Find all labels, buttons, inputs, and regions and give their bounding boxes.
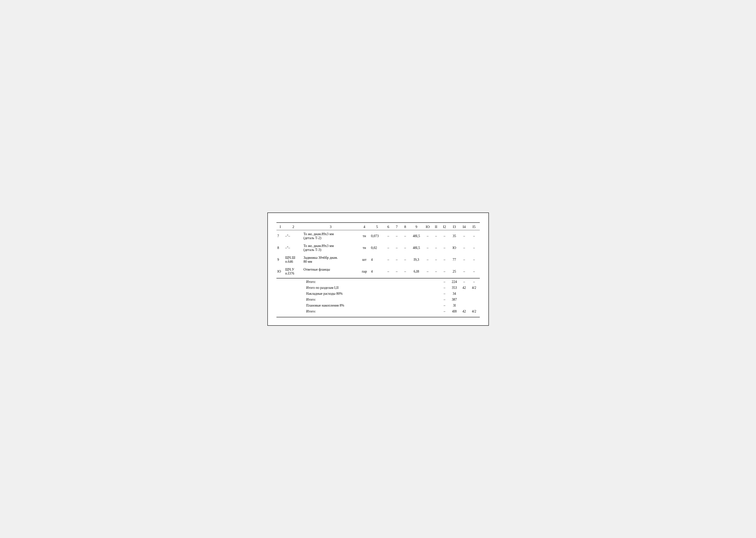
- summary-col14: 42: [460, 285, 468, 291]
- cell-col9: 48I,5: [409, 230, 424, 242]
- summary-col15: [469, 297, 480, 302]
- summary-col15: 4/2: [469, 285, 480, 291]
- cell-col12: –: [440, 242, 448, 254]
- cell-col8: –: [401, 254, 409, 266]
- col-header-7: 7: [392, 224, 401, 230]
- summary-label: Накладные расходы 80%: [277, 291, 359, 297]
- col-header-9: 9: [409, 224, 424, 230]
- summary-col13: 353: [449, 285, 460, 291]
- summary-col12: –: [440, 302, 448, 308]
- summary-label: Итого:: [277, 308, 359, 314]
- summary-col14: 42: [460, 308, 468, 314]
- summary-row: Итого: – 387: [277, 297, 480, 302]
- cell-col12: –: [440, 254, 448, 266]
- table-row: 7 –"– То же, диам.89х3 мм (деталь Т-2) т…: [277, 230, 480, 242]
- col-header-1: I: [277, 224, 284, 230]
- table-body: 7 –"– То же, диам.89х3 мм (деталь Т-2) т…: [277, 230, 480, 278]
- col-header-6: 6: [384, 224, 392, 230]
- cell-col15: –: [469, 266, 480, 278]
- cell-col5: 4: [370, 266, 384, 278]
- cell-col10: –: [424, 230, 432, 242]
- page-container: I 2 3 4 5 6 7 8 9 IO II I2 I3 I4 I5 7 –"…: [267, 212, 489, 326]
- table-row: 9 ЩЧ.Ш п.646 Задвижка 30ч6бр диам. 80 мм…: [277, 254, 480, 266]
- summary-col14: –: [460, 279, 468, 285]
- cell-col5: 0,073: [370, 230, 384, 242]
- summary-row: Итого: – 224 – –: [277, 279, 480, 285]
- cell-col15: –: [469, 254, 480, 266]
- cell-col11: –: [432, 230, 440, 242]
- summary-col12: –: [440, 308, 448, 314]
- summary-col13: 3I: [449, 302, 460, 308]
- col-header-5: 5: [370, 224, 384, 230]
- col-header-12: I2: [440, 224, 448, 230]
- cell-col9: 6,I8: [409, 266, 424, 278]
- cell-col2: –"–: [284, 230, 302, 242]
- cell-col14: –: [460, 230, 468, 242]
- cell-col8: –: [401, 230, 409, 242]
- summary-label: Итого по разделам I,II: [277, 285, 359, 291]
- col-header-2: 2: [284, 224, 302, 230]
- cell-col8: –: [401, 266, 409, 278]
- summary-row: Итого: – 4I8 42 4/2: [277, 308, 480, 314]
- cell-col6: –: [384, 230, 392, 242]
- cell-col11: –: [432, 266, 440, 278]
- summary-label: Плановые накопления 8%: [277, 302, 359, 308]
- cell-col2: ЩЧ.Ш п.646: [284, 254, 302, 266]
- summary-col12: –: [440, 285, 448, 291]
- summary-label: Итого:: [277, 279, 359, 285]
- cell-num: 7: [277, 230, 284, 242]
- cell-col13: IO: [449, 242, 460, 254]
- summary-col13: 34: [449, 291, 460, 297]
- cell-col12: –: [440, 230, 448, 242]
- cell-col13: 35: [449, 230, 460, 242]
- cell-col3: Задвижка 30ч6бр диам. 80 мм: [303, 254, 359, 266]
- cell-col4: шт: [359, 254, 370, 266]
- header-divider: [277, 222, 480, 223]
- summary-col14: [460, 302, 468, 308]
- summary-row: Накладные расходы 80% – 34: [277, 291, 480, 297]
- cell-num: 9: [277, 254, 284, 266]
- cell-col6: –: [384, 254, 392, 266]
- summary-col13: 4I8: [449, 308, 460, 314]
- col-header-13: I3: [449, 224, 460, 230]
- cell-col10: –: [424, 266, 432, 278]
- col-header-3: 3: [303, 224, 359, 230]
- cell-col15: –: [469, 230, 480, 242]
- summary-col13: 387: [449, 297, 460, 302]
- column-header-row: I 2 3 4 5 6 7 8 9 IO II I2 I3 I4 I5: [277, 224, 480, 230]
- summary-col14: [460, 297, 468, 302]
- col-header-8: 8: [401, 224, 409, 230]
- cell-col4: пар: [359, 266, 370, 278]
- cell-col9: 48I,5: [409, 242, 424, 254]
- main-table: I 2 3 4 5 6 7 8 9 IO II I2 I3 I4 I5 7 –"…: [277, 224, 480, 278]
- summary-label: Итого:: [277, 297, 359, 302]
- cell-col11: –: [432, 254, 440, 266]
- summary-divider-top: [277, 278, 480, 279]
- cell-col9: I9,3: [409, 254, 424, 266]
- summary-col15: –: [469, 279, 480, 285]
- cell-col7: –: [392, 266, 401, 278]
- cell-col6: –: [384, 266, 392, 278]
- col-header-4: 4: [359, 224, 370, 230]
- summary-col15: [469, 302, 480, 308]
- cell-col15: –: [469, 242, 480, 254]
- cell-col3: То же, диам.89х3 мм (деталь Т-3): [303, 242, 359, 254]
- cell-col5: 4: [370, 254, 384, 266]
- cell-col2: –"–: [284, 242, 302, 254]
- summary-divider-bottom: [277, 317, 480, 317]
- cell-col3: То же, диам.89х3 мм (деталь Т-2): [303, 230, 359, 242]
- summary-col12: –: [440, 279, 448, 285]
- cell-col7: –: [392, 254, 401, 266]
- cell-col4: тн: [359, 230, 370, 242]
- summary-col15: [469, 291, 480, 297]
- cell-col2: ЩЧ.У п.I376: [284, 266, 302, 278]
- cell-col8: –: [401, 242, 409, 254]
- summary-col12: –: [440, 297, 448, 302]
- cell-num: 8: [277, 242, 284, 254]
- table-row: IO ЩЧ.У п.I376 Ответные фланцы пар 4 – –…: [277, 266, 480, 278]
- cell-col4: тн: [359, 242, 370, 254]
- cell-col10: –: [424, 254, 432, 266]
- cell-num: IO: [277, 266, 284, 278]
- summary-row: Плановые накопления 8% – 3I: [277, 302, 480, 308]
- cell-col7: –: [392, 230, 401, 242]
